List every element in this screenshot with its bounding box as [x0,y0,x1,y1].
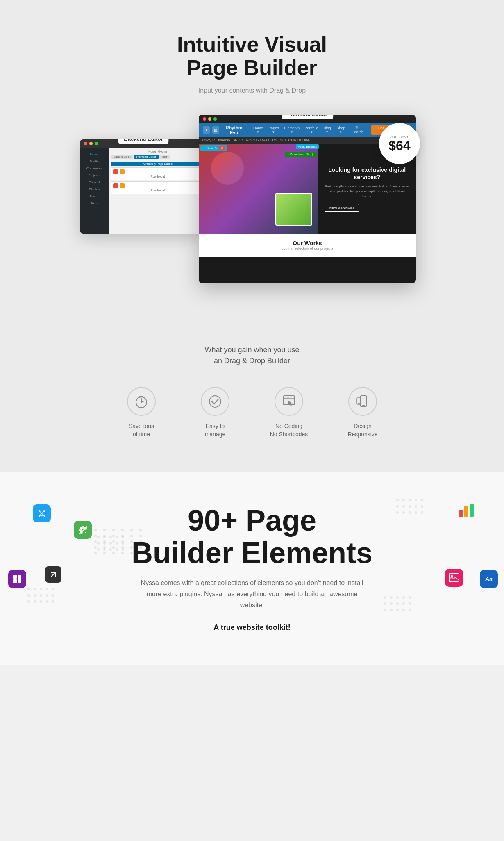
features-intro: What you gain when you use an Drag & Dro… [16,344,488,367]
svg-point-58 [409,499,411,501]
backend-editor-window: Backend Editor Pages Media Comments Proj… [80,139,207,234]
svg-point-81 [27,600,30,603]
fe-edit-download[interactable]: ↓ Download ✎ ⋮ [285,152,317,157]
svg-point-93 [396,602,399,605]
section-elements: Aa [0,472,504,665]
backend-editor-label: Backend Editor [118,139,168,144]
svg-point-56 [396,499,399,501]
floating-icon-layout [8,570,26,588]
frontend-editor-label: Frontend Editor [282,115,333,119]
svg-point-76 [27,594,30,597]
svg-point-80 [52,594,54,597]
svg-point-97 [390,609,393,611]
fe-close-dot [203,117,206,121]
fe-section-toolbar: + Add Element [296,144,319,149]
feature-icon-cursor [275,387,303,416]
be-tabs: Classic Block Frontend Editor Text [111,155,204,159]
feature-easy-manage: Easy tomanage [191,387,240,438]
svg-point-86 [384,596,386,599]
features-section: What you gain when you use an Drag & Dro… [0,320,504,471]
fe-works-section: Our Works Look at selection of our proje… [199,234,416,257]
fe-hero-title: Looking for exclusive digital services? [325,166,410,181]
feature-no-coding: No CodingNo Shortcodes [264,387,313,438]
browsers-container: YOU SAVE $64 Backend Editor Pages Media … [92,115,412,287]
backend-sidebar-content: Pages Media Comments Projects Contact Pl… [80,148,207,234]
feature-icon-mobile [348,387,377,416]
fe-hero-bg [199,144,318,234]
be-nav-tools: Tools [80,200,109,207]
feature-label-save-time: Save tonsof time [129,422,154,438]
fe-site-name: Rhythm Evo [222,125,246,135]
svg-point-91 [384,602,386,605]
svg-rect-34 [13,579,17,583]
fe-grid-btn[interactable]: ⊞ [212,126,219,134]
svg-point-84 [46,600,48,603]
section-page-builder: Intuitive Visual Page Builder Input your… [0,0,504,320]
frontend-content-area: ✦ New ✎ ✕ ↓ Download ✎ ⋮ Looking for exc… [199,144,416,283]
svg-point-99 [402,609,405,611]
svg-point-59 [415,499,417,501]
svg-point-95 [409,602,411,605]
svg-point-73 [40,588,42,590]
svg-point-89 [402,596,405,599]
fe-add-btn[interactable]: + [203,126,210,134]
svg-rect-35 [18,579,21,583]
svg-point-57 [402,499,405,501]
svg-point-100 [409,609,411,611]
elements-headline: 90+ PageBuilder Elements [16,504,488,569]
elements-tagline: A true website toolkit! [16,623,488,632]
be-nav-pages: Pages [80,151,109,158]
features-grid: Save tonsof time Easy tomanage [16,387,488,438]
main-heading: Intuitive Visual Page Builder [16,33,488,80]
be-nav-contact: Contact [80,179,109,186]
fe-nav-items: Home ▾ Pages ▾ Elements ▾ Portfolio ▾ Bl… [252,126,366,134]
svg-point-79 [46,594,48,597]
you-save-badge: YOU SAVE $64 [379,123,420,164]
be-nav-plugins: Plugins [80,186,109,193]
fe-hero-text: Proin fringilla augue at maximus vestibu… [325,184,410,199]
be-minimize-dot [89,142,93,145]
be-tab-classic[interactable]: Classic Block [111,155,133,159]
floating-icon-text: Aa [480,570,498,588]
main-subtitle: Input your contents with Drag & Drop [16,87,488,94]
fe-works-subtitle: Look at selection of our projects [205,246,410,251]
svg-point-82 [34,600,36,603]
be-row-2: Row layout [111,181,204,194]
feature-responsive: DesignResponsive [338,387,387,438]
svg-point-96 [384,609,386,611]
fe-edit-row-bar[interactable]: ✦ New ✎ ✕ [200,145,227,151]
be-maximize-dot [95,142,98,145]
be-row-1: Row layout [111,167,204,180]
svg-point-5 [209,396,221,407]
fe-view-services-btn[interactable]: VIEW SERVICES [325,204,359,212]
feature-icon-timer [127,387,156,416]
svg-point-74 [46,588,48,590]
svg-point-92 [390,602,393,605]
be-tab-frontend[interactable]: Frontend Editor [134,155,159,159]
feature-label-easy-manage: Easy tomanage [205,422,226,438]
svg-point-85 [52,600,54,603]
dot-grid-4 [381,593,414,620]
be-tab-text[interactable]: Text [159,155,170,159]
be-nav-users: Users [80,193,109,200]
dot-grid-3 [25,585,57,611]
fe-hero-image: ✦ New ✎ ✕ ↓ Download ✎ ⋮ [199,144,318,234]
svg-point-83 [40,600,42,603]
feature-label-no-coding: No CodingNo Shortcodes [270,422,308,438]
svg-rect-33 [18,575,21,579]
fe-maximize-dot [213,117,217,121]
feature-save-time: Save tonsof time [117,387,166,438]
svg-point-90 [409,596,411,599]
you-save-amount: $64 [388,139,410,152]
svg-point-88 [396,596,399,599]
floating-icon-image [445,569,463,587]
svg-point-78 [40,594,42,597]
svg-rect-32 [13,575,17,579]
svg-point-72 [34,588,36,590]
fe-add-element[interactable]: + Add Element [296,144,319,149]
svg-point-60 [421,499,423,501]
svg-point-77 [34,594,36,597]
be-wysiwyg-row: WPBakery Page Builder [111,162,204,166]
be-nav-comments: Comments [80,165,109,172]
svg-point-71 [27,588,30,590]
